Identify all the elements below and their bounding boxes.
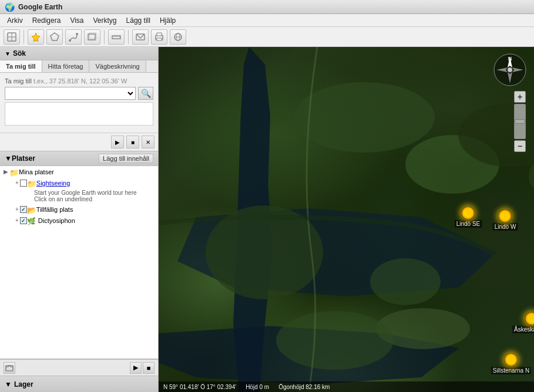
layers-title: Lager bbox=[14, 380, 33, 388]
places-arrow-icon: ▼ bbox=[5, 154, 12, 163]
places-header-left: ▼ Platser bbox=[5, 154, 39, 163]
dictyosiphon-label: Dictyosiphon bbox=[38, 217, 75, 224]
search-tab-bar: Ta mig till Hitta företag Vägbeskrivning bbox=[0, 60, 158, 73]
search-header[interactable]: ▼ Sök bbox=[0, 47, 158, 60]
bottom-stop-btn[interactable]: ■ bbox=[143, 362, 155, 374]
sep3 bbox=[128, 30, 129, 44]
svg-rect-18 bbox=[157, 38, 162, 40]
status-bar: N 59° 01.418' Ö 17° 02.394' Höjd 0 m Ögo… bbox=[159, 381, 534, 392]
label-sillstenarna-n: Sillstenarna N bbox=[491, 367, 531, 374]
sightseeing-note1: Start your Google Earth world tour here bbox=[32, 190, 157, 196]
tree-item-sightseeing: + 📁 Sightseeing bbox=[13, 178, 157, 190]
svg-text:N: N bbox=[508, 56, 512, 62]
zoom-out-btn[interactable]: − bbox=[514, 140, 526, 152]
layers-section[interactable]: ▼ Lager bbox=[0, 376, 158, 392]
new-folder-btn[interactable] bbox=[4, 362, 15, 374]
marker-lindo-se[interactable]: Lindö SE bbox=[455, 207, 482, 228]
tab-ta-mig-till[interactable]: Ta mig till bbox=[0, 60, 42, 72]
play-btn[interactable]: ▶ bbox=[111, 136, 124, 148]
svg-marker-5 bbox=[51, 33, 59, 40]
tillfallig-folder-icon: 📂 bbox=[27, 206, 36, 215]
email-btn[interactable] bbox=[132, 29, 149, 45]
app-title: Google Earth bbox=[18, 3, 62, 11]
label-askeskar-sw: Åskeskär SW bbox=[512, 326, 534, 333]
placemark-btn[interactable] bbox=[28, 29, 44, 45]
bottom-play-btn[interactable]: ▶ bbox=[130, 362, 142, 374]
sun-icon-askeskar-sw bbox=[525, 312, 534, 325]
search-content: Ta mig till t.ex., 37 25.818' N, 122 05.… bbox=[0, 73, 158, 133]
dictyosiphon-icon: 🌿 bbox=[27, 217, 36, 225]
search-section: ▼ Sök Ta mig till Hitta företag Vägbeskr… bbox=[0, 47, 158, 151]
tree-item-tillfallig: + ✓ 📂 Tillfällig plats bbox=[13, 205, 157, 216]
zoom-slider[interactable] bbox=[514, 104, 526, 139]
search-input[interactable] bbox=[5, 87, 136, 100]
menu-lagg-till[interactable]: Lägg till bbox=[122, 15, 155, 26]
title-bar: 🌍 Google Earth bbox=[0, 0, 534, 14]
ruler-btn[interactable] bbox=[108, 29, 125, 45]
menu-hjalp[interactable]: Hjälp bbox=[155, 15, 180, 26]
playback-bar: ▶ ■ ✕ bbox=[0, 133, 158, 151]
tillfallig-label: Tillfällig plats bbox=[36, 206, 73, 213]
move-tool-btn[interactable] bbox=[4, 29, 20, 45]
main-layout: ▼ Sök Ta mig till Hitta företag Vägbeskr… bbox=[0, 47, 534, 392]
menu-bar: Arkiv Redigera Visa Verktyg Lägg till Hj… bbox=[0, 14, 534, 27]
places-section: ▼ Platser Lägg till innehåll ▶ 📁 Mina pl… bbox=[0, 151, 158, 359]
svg-point-6 bbox=[69, 39, 71, 42]
tab-vagbeskrivning[interactable]: Vägbeskrivning bbox=[89, 60, 146, 72]
sightseeing-note2: Click on an underlined bbox=[32, 196, 157, 202]
search-results bbox=[5, 102, 153, 126]
zoom-controls: + − bbox=[514, 91, 526, 152]
mina-platser-folder-icon: 📁 bbox=[9, 168, 19, 177]
tillfallig-checkbox[interactable]: ✓ bbox=[20, 206, 27, 213]
search-title: Sök bbox=[13, 49, 26, 58]
zoom-handle[interactable] bbox=[515, 119, 525, 124]
marker-sillstenarna-n[interactable]: Sillstenarna N bbox=[491, 353, 531, 374]
bottom-bar: ▶ ■ bbox=[0, 359, 158, 376]
left-panel: ▼ Sök Ta mig till Hitta företag Vägbeskr… bbox=[0, 47, 159, 392]
print-btn[interactable] bbox=[151, 29, 167, 45]
search-input-row: 🔍 bbox=[5, 87, 153, 100]
toolbar bbox=[0, 27, 534, 47]
sightseeing-checkbox[interactable] bbox=[20, 180, 27, 187]
status-elevation: Höjd 0 m bbox=[246, 384, 269, 390]
marker-lindo-w[interactable]: Lindö W bbox=[493, 209, 518, 231]
menu-redigera[interactable]: Redigera bbox=[28, 15, 66, 26]
places-tree: ▶ 📁 Mina platser + 📁 Sightseeing Start y… bbox=[0, 166, 158, 359]
overlay-btn[interactable] bbox=[84, 29, 100, 45]
tab-hitta-foretag[interactable]: Hitta företag bbox=[42, 60, 90, 72]
stop-btn[interactable]: ■ bbox=[126, 136, 139, 148]
label-lindo-se: Lindö SE bbox=[455, 220, 482, 228]
menu-verktyg[interactable]: Verktyg bbox=[89, 15, 122, 26]
places-header[interactable]: ▼ Platser Lägg till innehåll bbox=[0, 151, 158, 166]
search-input-label: Ta mig till t.ex., 37 25.818' N, 122 05.… bbox=[5, 77, 153, 85]
view-btn[interactable] bbox=[170, 29, 186, 45]
svg-point-7 bbox=[76, 33, 78, 35]
layers-arrow-icon: ▼ bbox=[5, 380, 12, 388]
sightseeing-link[interactable]: Sightseeing bbox=[36, 180, 70, 187]
path-btn[interactable] bbox=[65, 29, 82, 45]
bottom-right-btns: ▶ ■ bbox=[130, 362, 155, 374]
map-compass[interactable]: N bbox=[493, 53, 528, 88]
menu-arkiv[interactable]: Arkiv bbox=[2, 15, 28, 26]
search-arrow-icon: ▼ bbox=[5, 50, 11, 57]
bottom-left-btns bbox=[4, 362, 15, 374]
close-search-btn[interactable]: ✕ bbox=[142, 136, 155, 148]
sun-icon-lindo-se bbox=[462, 207, 475, 219]
sun-icon-sillstenarna-n bbox=[505, 353, 518, 366]
map-area[interactable]: Förholmen W L Jutskär W N Gåsebåden Lind… bbox=[159, 47, 534, 392]
marker-askeskar-sw[interactable]: Åskeskär SW bbox=[512, 312, 534, 333]
svg-rect-22 bbox=[6, 366, 13, 371]
polygon-btn[interactable] bbox=[46, 29, 63, 45]
menu-visa[interactable]: Visa bbox=[65, 15, 88, 26]
tree-item-dictyosiphon: + ✓ 🌿 Dictyosiphon bbox=[13, 216, 157, 227]
earth-icon: 🌍 bbox=[5, 2, 15, 12]
sun-icon-lindo-w bbox=[499, 209, 512, 222]
dictyosiphon-checkbox[interactable]: ✓ bbox=[20, 217, 27, 224]
tree-item-mina-platser: ▶ 📁 Mina platser bbox=[1, 167, 157, 178]
map-canvas: Förholmen W L Jutskär W N Gåsebåden Lind… bbox=[159, 47, 534, 392]
mina-platser-label: Mina platser bbox=[19, 168, 54, 175]
search-go-btn[interactable]: 🔍 bbox=[138, 87, 153, 100]
zoom-in-btn[interactable]: + bbox=[514, 91, 526, 103]
add-content-btn[interactable]: Lägg till innehåll bbox=[99, 154, 153, 163]
svg-point-36 bbox=[508, 67, 512, 72]
